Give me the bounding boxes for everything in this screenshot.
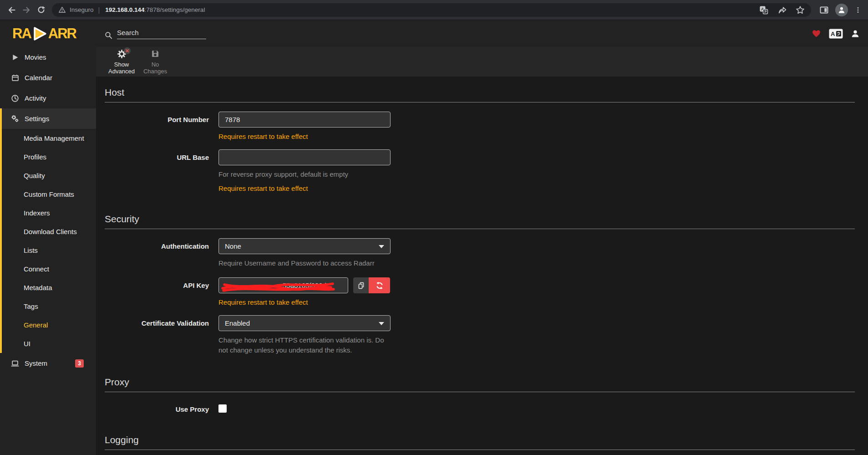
sub-item-label: Metadata <box>24 284 52 291</box>
sidebar-item-metadata[interactable]: Metadata <box>2 278 96 297</box>
browser-forward-button[interactable] <box>19 3 34 17</box>
donate-heart-icon[interactable] <box>812 29 821 38</box>
chevron-down-icon <box>379 245 384 248</box>
sub-item-label: Indexers <box>24 209 50 217</box>
url-bar[interactable]: Inseguro | 192.168.0.144 :7878/settings/… <box>52 3 811 17</box>
certificate-validation-label: Certificate Validation <box>105 315 218 355</box>
use-proxy-label: Use Proxy <box>105 401 218 413</box>
settings-toolbar: Show Advanced No Changes <box>96 47 868 77</box>
sidebar-item-general[interactable]: General <box>2 316 96 334</box>
certificate-validation-select[interactable]: Enabled <box>218 315 391 331</box>
screen: Inseguro | 192.168.0.144 :7878/settings/… <box>0 0 868 455</box>
use-proxy-row: Use Proxy <box>105 401 855 413</box>
section-title-proxy: Proxy <box>105 376 855 388</box>
url-host: 192.168.0.144 <box>105 6 144 13</box>
section-rule <box>105 392 855 392</box>
copy-api-key-button[interactable] <box>353 277 369 293</box>
back-arrow-icon <box>7 5 16 15</box>
api-key-visible-text: 55a8105f093d <box>283 281 326 289</box>
sub-item-label: Media Management <box>24 134 84 142</box>
certificate-validation-row: Certificate Validation Enabled Change ho… <box>105 315 855 355</box>
browser-profile-avatar[interactable] <box>835 4 848 16</box>
port-number-label: Port Number <box>105 112 218 140</box>
clock-icon <box>11 94 19 102</box>
advanced-off-badge <box>124 47 131 54</box>
url-base-restart-warning: Requires restart to take effect <box>218 184 391 192</box>
sidebar-item-profiles[interactable]: Profiles <box>2 148 96 166</box>
translate-extension-icon[interactable]: A <box>829 29 843 39</box>
sub-item-label: Quality <box>24 172 45 179</box>
authentication-label: Authentication <box>105 238 218 268</box>
sidebar-item-ui[interactable]: UI <box>2 334 96 353</box>
sidebar-item-settings[interactable]: Settings <box>2 108 96 129</box>
copy-icon <box>357 281 365 290</box>
sidebar-item-lists[interactable]: Lists <box>2 241 96 260</box>
person-icon <box>838 6 846 14</box>
sidebar-item-movies[interactable]: Movies <box>0 47 96 67</box>
sub-item-label: Download Clients <box>24 228 77 235</box>
no-changes-label-1: No <box>152 61 159 68</box>
certificate-validation-helper: Change how strict HTTPS certification va… <box>218 335 391 355</box>
translate-page-icon[interactable]: A <box>759 5 768 15</box>
url-base-input[interactable] <box>218 149 391 165</box>
chevron-down-icon <box>379 322 384 325</box>
sidebar-item-calendar[interactable]: Calendar <box>0 67 96 88</box>
api-key-restart-warning: Requires restart to take effect <box>218 298 391 306</box>
show-advanced-button[interactable]: Show Advanced <box>106 48 137 76</box>
sidebar-item-indexers[interactable]: Indexers <box>2 204 96 222</box>
laptop-icon <box>11 359 19 368</box>
regenerate-api-key-button[interactable] <box>369 277 390 293</box>
url-base-helper: For reverse proxy support, default is em… <box>218 169 391 179</box>
section-title-host: Host <box>105 87 855 98</box>
url-base-label: URL Base <box>105 149 218 192</box>
radarr-logo[interactable]: RA ARR <box>0 20 96 47</box>
sidebar-item-download-clients[interactable]: Download Clients <box>2 222 96 241</box>
port-number-input[interactable] <box>218 112 391 128</box>
url-path: :7878/settings/general <box>145 6 205 13</box>
url-base-row: URL Base For reverse proxy support, defa… <box>105 149 855 192</box>
api-key-row: API Key 55a8105f093d <box>105 277 855 306</box>
sidebar-item-quality[interactable]: Quality <box>2 166 96 185</box>
authentication-select[interactable]: None <box>218 238 391 254</box>
browser-menu-icon[interactable] <box>854 5 862 15</box>
show-advanced-label-1: Show <box>114 61 129 68</box>
search-icon <box>105 31 112 39</box>
general-settings-content: Host Port Number Requires restart to tak… <box>96 77 868 455</box>
user-icon[interactable] <box>851 29 860 38</box>
logo-text-right: ARR <box>48 25 76 42</box>
system-badge: 3 <box>75 359 84 368</box>
section-rule <box>105 229 855 229</box>
svg-text:A: A <box>831 31 835 37</box>
search-input[interactable] <box>117 28 206 39</box>
sidebar-item-system[interactable]: System 3 <box>0 353 96 373</box>
browser-reload-button[interactable] <box>34 3 48 17</box>
sidebar-item-media-management[interactable]: Media Management <box>2 129 96 148</box>
sub-item-label: General <box>24 321 48 329</box>
port-number-row: Port Number Requires restart to take eff… <box>105 112 855 140</box>
split-screen-icon[interactable] <box>819 5 829 15</box>
api-key-input[interactable]: 55a8105f093d <box>218 277 348 293</box>
section-title-security: Security <box>105 213 855 225</box>
port-restart-warning: Requires restart to take effect <box>218 133 391 140</box>
gears-icon <box>11 114 19 123</box>
use-proxy-checkbox[interactable] <box>218 404 227 413</box>
save-floppy-icon <box>151 49 160 58</box>
sidebar-item-activity[interactable]: Activity <box>0 88 96 108</box>
sidebar-item-label: Calendar <box>25 74 52 82</box>
url-divider: | <box>98 6 100 14</box>
sidebar-item-custom-formats[interactable]: Custom Formats <box>2 185 96 204</box>
sub-item-label: Connect <box>24 265 49 273</box>
bookmark-star-icon[interactable] <box>796 5 805 15</box>
sidebar-item-connect[interactable]: Connect <box>2 260 96 278</box>
save-no-changes-button[interactable]: No Changes <box>140 48 171 76</box>
sub-item-label: Profiles <box>24 153 46 161</box>
refresh-icon <box>376 281 384 290</box>
forward-arrow-icon <box>22 5 31 15</box>
authentication-helper: Require Username and Password to access … <box>218 258 391 268</box>
browser-back-button[interactable] <box>5 3 19 17</box>
share-icon[interactable] <box>777 5 787 15</box>
api-key-label: API Key <box>105 277 218 306</box>
section-title-logging: Logging <box>105 434 855 446</box>
authentication-row: Authentication None Require Username and… <box>105 238 855 268</box>
sidebar-item-tags[interactable]: Tags <box>2 297 96 316</box>
